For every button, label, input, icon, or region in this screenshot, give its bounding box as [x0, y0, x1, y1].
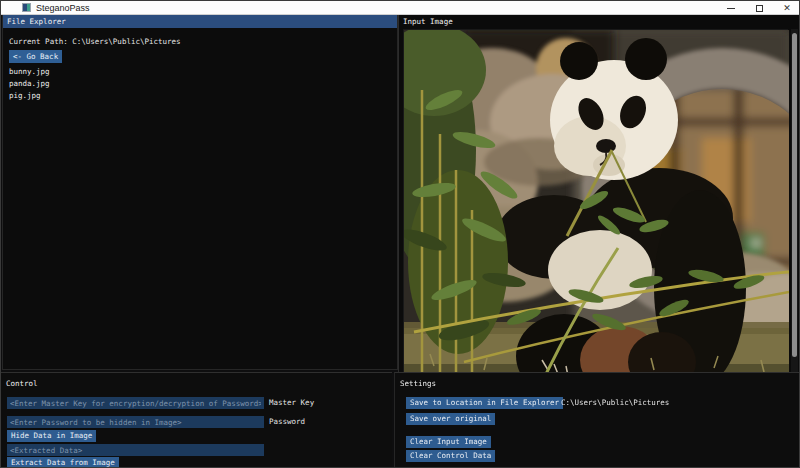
password-label: Password [269, 416, 305, 428]
app-window: SteganoPass ✕ File Explorer Current Path… [0, 0, 800, 468]
settings-section: Settings Save to Location in File Explor… [394, 372, 800, 468]
input-image-photo [403, 29, 788, 377]
app-icon [22, 3, 31, 12]
control-section: Control Master Key Password Hide Data in… [1, 372, 392, 468]
input-image-header: Input Image [399, 15, 800, 28]
master-key-label: Master Key [269, 397, 314, 409]
control-header: Control [6, 379, 38, 388]
minimize-button[interactable] [717, 1, 745, 15]
image-scrollbar-thumb[interactable] [792, 33, 797, 357]
file-item-panda[interactable]: panda.jpg [9, 78, 50, 89]
titlebar: SteganoPass ✕ [1, 1, 800, 15]
file-explorer-header: File Explorer [3, 15, 397, 28]
window-controls: ✕ [717, 1, 800, 15]
image-scrollbar-track[interactable] [791, 29, 798, 377]
window-title: SteganoPass [36, 3, 90, 13]
file-item-pig[interactable]: pig.jpg [9, 90, 41, 101]
save-to-location-button[interactable]: Save to Location in File Explorer [406, 397, 563, 409]
maximize-button[interactable] [745, 1, 773, 15]
minimize-icon [727, 8, 735, 9]
input-image-panel: Input Image [398, 15, 800, 378]
panda-photo-svg [404, 30, 789, 378]
file-explorer-panel: File Explorer Current Path: C:\Users\Pub… [2, 15, 398, 370]
go-back-button[interactable]: <- Go Back [9, 50, 62, 63]
master-key-input[interactable] [7, 397, 264, 409]
maximize-icon [756, 5, 763, 12]
close-button[interactable]: ✕ [773, 1, 800, 15]
settings-header: Settings [400, 379, 436, 388]
extracted-data-field[interactable] [7, 444, 264, 456]
password-input[interactable] [7, 416, 264, 428]
clear-control-data-button[interactable]: Clear Control Data [406, 450, 495, 462]
extract-data-button[interactable]: Extract Data from Image [7, 457, 119, 468]
hide-data-button[interactable]: Hide Data in Image [7, 430, 96, 442]
save-location-path: C:\Users\Public\Pictures [561, 397, 669, 409]
file-item-bunny[interactable]: bunny.jpg [9, 66, 50, 77]
current-path-label: Current Path: C:\Users\Public\Pictures [9, 37, 181, 46]
save-over-original-button[interactable]: Save over original [406, 413, 495, 425]
clear-input-image-button[interactable]: Clear Input Image [406, 436, 491, 448]
